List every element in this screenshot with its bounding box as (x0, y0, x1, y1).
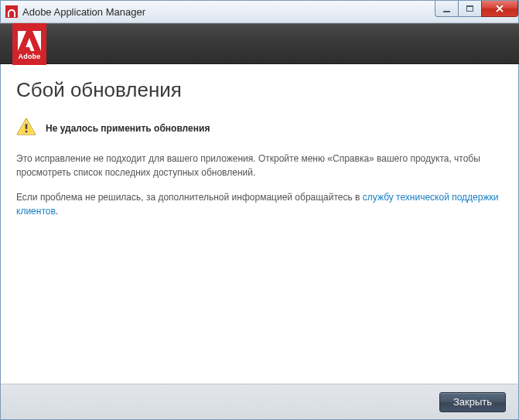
adobe-a-icon (18, 31, 41, 51)
maximize-button[interactable] (458, 1, 481, 17)
paragraph-2: Если проблема не решилась, за дополнител… (16, 190, 503, 218)
titlebar: Adobe Application Manager (0, 0, 519, 23)
svg-rect-0 (26, 124, 28, 129)
warning-icon (16, 118, 36, 139)
svg-point-1 (26, 131, 28, 133)
maximize-icon (466, 5, 473, 12)
page-title: Сбой обновления (16, 78, 503, 102)
window-controls (435, 1, 518, 17)
app-icon (5, 5, 18, 18)
header-strip: Adobe (0, 23, 519, 64)
content-area: Сбой обновления Не удалось применить обн… (0, 64, 519, 384)
minimize-icon (443, 11, 450, 12)
paragraph-2-suffix: . (56, 206, 58, 217)
window-title: Adobe Application Manager (22, 6, 145, 18)
adobe-logo: Adobe (12, 23, 46, 65)
adobe-logo-text: Adobe (19, 53, 41, 60)
footer: Закрыть (0, 384, 519, 420)
alert-heading: Не удалось применить обновления (46, 123, 210, 134)
minimize-button[interactable] (435, 1, 458, 17)
close-button[interactable]: Закрыть (439, 392, 506, 412)
paragraph-2-prefix: Если проблема не решилась, за дополнител… (16, 192, 363, 203)
paragraph-1: Это исправление не подходит для вашего п… (16, 152, 503, 179)
alert-row: Не удалось применить обновления (16, 118, 503, 139)
close-icon (495, 5, 504, 12)
window-close-button[interactable] (481, 1, 518, 17)
